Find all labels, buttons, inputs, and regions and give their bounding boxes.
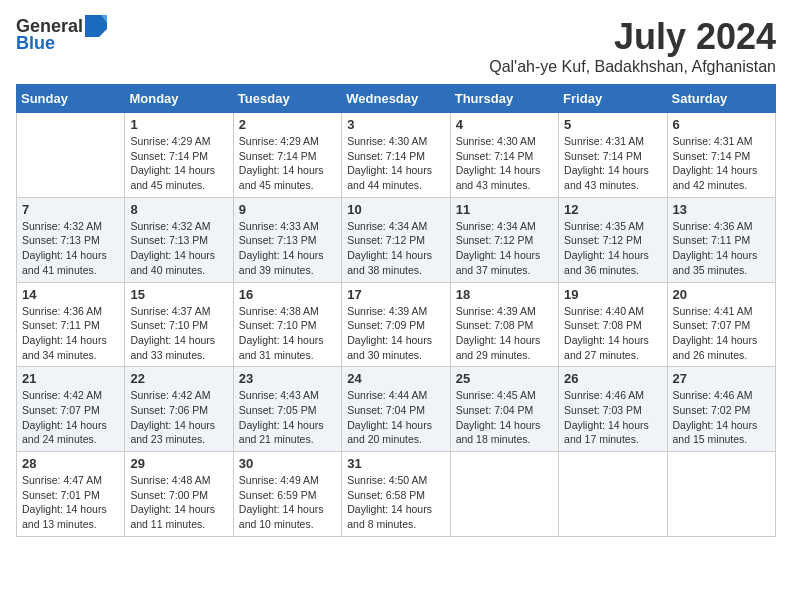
- col-sunday: Sunday: [17, 85, 125, 113]
- day-info: Sunrise: 4:50 AM Sunset: 6:58 PM Dayligh…: [347, 473, 444, 532]
- calendar-cell: 29 Sunrise: 4:48 AM Sunset: 7:00 PM Dayl…: [125, 452, 233, 537]
- day-info: Sunrise: 4:36 AM Sunset: 7:11 PM Dayligh…: [22, 304, 119, 363]
- day-info: Sunrise: 4:49 AM Sunset: 6:59 PM Dayligh…: [239, 473, 336, 532]
- title-section: July 2024 Qal'ah-ye Kuf, Badakhshan, Afg…: [489, 16, 776, 76]
- day-info: Sunrise: 4:39 AM Sunset: 7:08 PM Dayligh…: [456, 304, 553, 363]
- col-thursday: Thursday: [450, 85, 558, 113]
- calendar-cell: 13 Sunrise: 4:36 AM Sunset: 7:11 PM Dayl…: [667, 197, 775, 282]
- day-number: 17: [347, 287, 444, 302]
- day-number: 2: [239, 117, 336, 132]
- calendar-week-row-3: 14 Sunrise: 4:36 AM Sunset: 7:11 PM Dayl…: [17, 282, 776, 367]
- calendar-cell: 22 Sunrise: 4:42 AM Sunset: 7:06 PM Dayl…: [125, 367, 233, 452]
- day-number: 9: [239, 202, 336, 217]
- day-number: 14: [22, 287, 119, 302]
- day-info: Sunrise: 4:34 AM Sunset: 7:12 PM Dayligh…: [456, 219, 553, 278]
- calendar-cell: 31 Sunrise: 4:50 AM Sunset: 6:58 PM Dayl…: [342, 452, 450, 537]
- header: General Blue July 2024 Qal'ah-ye Kuf, Ba…: [16, 16, 776, 76]
- day-number: 31: [347, 456, 444, 471]
- day-number: 20: [673, 287, 770, 302]
- day-number: 11: [456, 202, 553, 217]
- calendar-cell: 19 Sunrise: 4:40 AM Sunset: 7:08 PM Dayl…: [559, 282, 667, 367]
- day-number: 18: [456, 287, 553, 302]
- calendar-week-row-1: 1 Sunrise: 4:29 AM Sunset: 7:14 PM Dayli…: [17, 113, 776, 198]
- day-info: Sunrise: 4:30 AM Sunset: 7:14 PM Dayligh…: [347, 134, 444, 193]
- day-number: 1: [130, 117, 227, 132]
- day-number: 4: [456, 117, 553, 132]
- calendar-cell: 26 Sunrise: 4:46 AM Sunset: 7:03 PM Dayl…: [559, 367, 667, 452]
- day-info: Sunrise: 4:40 AM Sunset: 7:08 PM Dayligh…: [564, 304, 661, 363]
- calendar-cell: 25 Sunrise: 4:45 AM Sunset: 7:04 PM Dayl…: [450, 367, 558, 452]
- calendar-cell: 2 Sunrise: 4:29 AM Sunset: 7:14 PM Dayli…: [233, 113, 341, 198]
- day-number: 5: [564, 117, 661, 132]
- calendar-cell: 20 Sunrise: 4:41 AM Sunset: 7:07 PM Dayl…: [667, 282, 775, 367]
- day-number: 30: [239, 456, 336, 471]
- day-info: Sunrise: 4:37 AM Sunset: 7:10 PM Dayligh…: [130, 304, 227, 363]
- day-info: Sunrise: 4:29 AM Sunset: 7:14 PM Dayligh…: [239, 134, 336, 193]
- day-info: Sunrise: 4:30 AM Sunset: 7:14 PM Dayligh…: [456, 134, 553, 193]
- day-info: Sunrise: 4:41 AM Sunset: 7:07 PM Dayligh…: [673, 304, 770, 363]
- col-monday: Monday: [125, 85, 233, 113]
- day-info: Sunrise: 4:31 AM Sunset: 7:14 PM Dayligh…: [673, 134, 770, 193]
- calendar-cell: [450, 452, 558, 537]
- calendar-cell: 18 Sunrise: 4:39 AM Sunset: 7:08 PM Dayl…: [450, 282, 558, 367]
- calendar-cell: 10 Sunrise: 4:34 AM Sunset: 7:12 PM Dayl…: [342, 197, 450, 282]
- day-number: 22: [130, 371, 227, 386]
- day-number: 7: [22, 202, 119, 217]
- day-info: Sunrise: 4:38 AM Sunset: 7:10 PM Dayligh…: [239, 304, 336, 363]
- day-info: Sunrise: 4:48 AM Sunset: 7:00 PM Dayligh…: [130, 473, 227, 532]
- logo-blue-text: Blue: [16, 33, 55, 54]
- calendar-cell: 11 Sunrise: 4:34 AM Sunset: 7:12 PM Dayl…: [450, 197, 558, 282]
- day-info: Sunrise: 4:33 AM Sunset: 7:13 PM Dayligh…: [239, 219, 336, 278]
- calendar-cell: 16 Sunrise: 4:38 AM Sunset: 7:10 PM Dayl…: [233, 282, 341, 367]
- subtitle: Qal'ah-ye Kuf, Badakhshan, Afghanistan: [489, 58, 776, 76]
- calendar-cell: 23 Sunrise: 4:43 AM Sunset: 7:05 PM Dayl…: [233, 367, 341, 452]
- day-info: Sunrise: 4:35 AM Sunset: 7:12 PM Dayligh…: [564, 219, 661, 278]
- calendar-cell: 4 Sunrise: 4:30 AM Sunset: 7:14 PM Dayli…: [450, 113, 558, 198]
- day-info: Sunrise: 4:31 AM Sunset: 7:14 PM Dayligh…: [564, 134, 661, 193]
- day-number: 6: [673, 117, 770, 132]
- day-info: Sunrise: 4:44 AM Sunset: 7:04 PM Dayligh…: [347, 388, 444, 447]
- calendar-cell: [17, 113, 125, 198]
- calendar-cell: 3 Sunrise: 4:30 AM Sunset: 7:14 PM Dayli…: [342, 113, 450, 198]
- day-info: Sunrise: 4:32 AM Sunset: 7:13 PM Dayligh…: [22, 219, 119, 278]
- calendar-cell: 1 Sunrise: 4:29 AM Sunset: 7:14 PM Dayli…: [125, 113, 233, 198]
- day-number: 16: [239, 287, 336, 302]
- calendar-week-row-5: 28 Sunrise: 4:47 AM Sunset: 7:01 PM Dayl…: [17, 452, 776, 537]
- calendar-cell: 12 Sunrise: 4:35 AM Sunset: 7:12 PM Dayl…: [559, 197, 667, 282]
- calendar-cell: 27 Sunrise: 4:46 AM Sunset: 7:02 PM Dayl…: [667, 367, 775, 452]
- calendar-header-row: Sunday Monday Tuesday Wednesday Thursday…: [17, 85, 776, 113]
- col-saturday: Saturday: [667, 85, 775, 113]
- calendar-cell: [667, 452, 775, 537]
- day-number: 27: [673, 371, 770, 386]
- day-info: Sunrise: 4:42 AM Sunset: 7:07 PM Dayligh…: [22, 388, 119, 447]
- calendar-cell: [559, 452, 667, 537]
- day-number: 24: [347, 371, 444, 386]
- day-number: 25: [456, 371, 553, 386]
- calendar-cell: 15 Sunrise: 4:37 AM Sunset: 7:10 PM Dayl…: [125, 282, 233, 367]
- calendar-cell: 7 Sunrise: 4:32 AM Sunset: 7:13 PM Dayli…: [17, 197, 125, 282]
- day-number: 3: [347, 117, 444, 132]
- calendar-cell: 8 Sunrise: 4:32 AM Sunset: 7:13 PM Dayli…: [125, 197, 233, 282]
- main-title: July 2024: [489, 16, 776, 58]
- calendar-week-row-2: 7 Sunrise: 4:32 AM Sunset: 7:13 PM Dayli…: [17, 197, 776, 282]
- col-wednesday: Wednesday: [342, 85, 450, 113]
- calendar-cell: 6 Sunrise: 4:31 AM Sunset: 7:14 PM Dayli…: [667, 113, 775, 198]
- day-info: Sunrise: 4:34 AM Sunset: 7:12 PM Dayligh…: [347, 219, 444, 278]
- day-number: 12: [564, 202, 661, 217]
- calendar-cell: 24 Sunrise: 4:44 AM Sunset: 7:04 PM Dayl…: [342, 367, 450, 452]
- day-number: 15: [130, 287, 227, 302]
- calendar-week-row-4: 21 Sunrise: 4:42 AM Sunset: 7:07 PM Dayl…: [17, 367, 776, 452]
- day-number: 28: [22, 456, 119, 471]
- calendar-cell: 14 Sunrise: 4:36 AM Sunset: 7:11 PM Dayl…: [17, 282, 125, 367]
- calendar-cell: 5 Sunrise: 4:31 AM Sunset: 7:14 PM Dayli…: [559, 113, 667, 198]
- calendar-cell: 21 Sunrise: 4:42 AM Sunset: 7:07 PM Dayl…: [17, 367, 125, 452]
- day-number: 29: [130, 456, 227, 471]
- day-info: Sunrise: 4:46 AM Sunset: 7:03 PM Dayligh…: [564, 388, 661, 447]
- calendar-table: Sunday Monday Tuesday Wednesday Thursday…: [16, 84, 776, 537]
- calendar-cell: 17 Sunrise: 4:39 AM Sunset: 7:09 PM Dayl…: [342, 282, 450, 367]
- calendar-cell: 9 Sunrise: 4:33 AM Sunset: 7:13 PM Dayli…: [233, 197, 341, 282]
- logo: General Blue: [16, 16, 107, 54]
- page-container: General Blue July 2024 Qal'ah-ye Kuf, Ba…: [16, 16, 776, 537]
- day-info: Sunrise: 4:45 AM Sunset: 7:04 PM Dayligh…: [456, 388, 553, 447]
- day-info: Sunrise: 4:36 AM Sunset: 7:11 PM Dayligh…: [673, 219, 770, 278]
